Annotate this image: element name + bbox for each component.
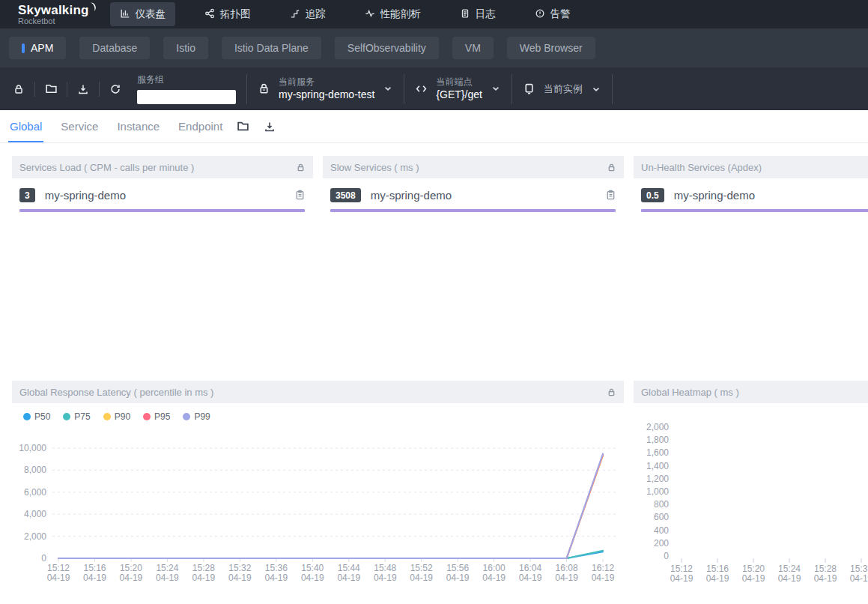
page-tab-apm[interactable]: APM: [9, 37, 66, 59]
current-endpoint-label: 当前端点: [436, 76, 482, 88]
divider: [34, 82, 35, 97]
nav-item-profile[interactable]: 性能剖析: [355, 2, 431, 26]
current-endpoint-selector[interactable]: 当前端点 {GET}/get: [415, 76, 500, 102]
current-instance-selector[interactable]: 当前实例: [523, 82, 601, 96]
page-tab-vm[interactable]: VM: [452, 37, 494, 59]
tab-endpoint[interactable]: Endpoint: [178, 110, 222, 142]
page-tab-web-browser[interactable]: Web Browser: [507, 37, 595, 59]
svg-text:16:12: 16:12: [592, 563, 614, 573]
folder-icon[interactable]: [237, 120, 249, 133]
legend-label: P95: [154, 411, 170, 422]
svg-text:15:16: 15:16: [706, 564, 729, 574]
endpoint-icon: [415, 82, 428, 95]
page-tab-selfobservability[interactable]: SelfObservability: [335, 37, 439, 59]
card-slow-services: Slow Services ( ms ) 3508 my-spring-demo: [323, 156, 624, 212]
service-name: my-spring-demo: [371, 189, 605, 202]
legend-item[interactable]: P90: [103, 411, 130, 422]
service-group-input[interactable]: [137, 90, 236, 104]
clipboard-icon[interactable]: [294, 190, 306, 201]
lock-icon[interactable]: [296, 163, 306, 172]
alarm-icon: [535, 8, 545, 21]
heatmap-chart: 2,0001,8001,6001,4001,2001,0008006004002…: [634, 423, 868, 604]
legend-label: P50: [34, 411, 50, 422]
svg-text:04-19: 04-19: [337, 573, 360, 583]
svg-text:1,800: 1,800: [646, 435, 669, 445]
svg-text:15:24: 15:24: [156, 563, 178, 573]
service-row[interactable]: 3 my-spring-demo: [12, 178, 313, 202]
legend-item[interactable]: P75: [63, 411, 90, 422]
svg-text:15:36: 15:36: [265, 563, 288, 573]
card-header: Global Response Latency ( percentile in …: [12, 381, 624, 403]
svg-text:400: 400: [654, 525, 669, 536]
svg-text:2,000: 2,000: [24, 531, 46, 542]
nav-item-dashboard[interactable]: 仪表盘: [110, 2, 176, 26]
latency-chart: 02,0004,0006,0008,00010,00015:1204-1915:…: [12, 423, 624, 604]
legend-item[interactable]: P95: [143, 411, 170, 422]
page-tab-database[interactable]: Database: [79, 37, 150, 59]
tab-global[interactable]: Global: [10, 110, 42, 142]
tab-service[interactable]: Service: [61, 110, 98, 142]
nav-label: 仪表盘: [136, 7, 166, 21]
svg-text:10,000: 10,000: [19, 443, 46, 453]
svg-text:04-19: 04-19: [446, 573, 470, 583]
nav-item-topology[interactable]: 拓扑图: [195, 2, 261, 26]
card-header: Slow Services ( ms ): [323, 156, 624, 178]
svg-text:2,000: 2,000: [646, 423, 669, 432]
nav-item-log[interactable]: 日志: [450, 2, 506, 26]
service-row[interactable]: 3508 my-spring-demo: [323, 178, 624, 202]
page-tab-istio-data-plane[interactable]: Istio Data Plane: [222, 37, 321, 59]
svg-text:04-19: 04-19: [670, 573, 694, 584]
legend-item[interactable]: P99: [183, 411, 210, 422]
card-header: Un-Health Services (Apdex): [634, 156, 868, 178]
current-service-value: my-spring-demo-test: [279, 88, 374, 102]
divider: [67, 82, 67, 97]
legend-dot: [143, 413, 151, 420]
download-icon[interactable]: [264, 121, 276, 133]
svg-text:0: 0: [41, 553, 46, 564]
page-tab-label: Istio Data Plane: [234, 42, 309, 54]
svg-text:800: 800: [654, 499, 669, 510]
legend-item[interactable]: P50: [23, 411, 50, 422]
metric-bar: [19, 209, 305, 212]
current-endpoint-value: {GET}/get: [436, 88, 482, 102]
divider: [612, 74, 613, 104]
svg-text:15:28: 15:28: [814, 564, 837, 574]
page-tab-label: Web Browser: [520, 42, 583, 54]
brand-subtitle: Rocketbot: [18, 17, 98, 25]
svg-text:15:20: 15:20: [120, 563, 142, 573]
brand-logo[interactable]: Skywalking Rocketbot: [18, 4, 98, 25]
svg-text:200: 200: [654, 538, 669, 549]
divider: [404, 74, 404, 104]
lock-icon[interactable]: [6, 76, 31, 102]
legend-label: P90: [115, 411, 130, 422]
lock-icon[interactable]: [607, 163, 616, 172]
service-row[interactable]: 0.5 my-spring-demo: [634, 178, 868, 202]
current-service-selector[interactable]: 当前服务 my-spring-demo-test: [258, 76, 393, 102]
page-tab-istio[interactable]: Istio: [163, 37, 208, 59]
service-name: my-spring-demo: [45, 189, 294, 202]
legend-dot: [183, 413, 190, 420]
card-header: Services Load ( CPM - calls per minute ): [12, 156, 313, 178]
tab-instance[interactable]: Instance: [117, 110, 160, 142]
metric-bar: [641, 209, 868, 212]
lock-icon[interactable]: [607, 387, 616, 397]
nav-item-alarm[interactable]: 告警: [525, 2, 580, 26]
nav-item-trace[interactable]: 追踪: [280, 2, 336, 26]
dashboard-icon: [120, 8, 130, 21]
divider: [99, 82, 100, 97]
svg-text:15:44: 15:44: [338, 563, 360, 573]
card-title: Global Heatmap ( ms ): [641, 387, 739, 398]
divider: [512, 74, 512, 104]
folder-icon[interactable]: [38, 76, 64, 102]
svg-text:04-19: 04-19: [47, 573, 70, 583]
metric-badge: 3: [19, 188, 35, 202]
trace-icon: [290, 8, 300, 21]
service-name: my-spring-demo: [674, 189, 868, 202]
refresh-icon[interactable]: [103, 76, 128, 102]
view-tabbar: Global Service Instance Endpoint: [0, 110, 868, 143]
svg-text:04-19: 04-19: [156, 573, 179, 583]
download-icon[interactable]: [70, 76, 96, 102]
card-title: Global Response Latency ( percentile in …: [19, 387, 213, 398]
clipboard-icon[interactable]: [605, 190, 616, 201]
dashboard-page-tabs: APM Database Istio Istio Data Plane Self…: [0, 28, 868, 67]
